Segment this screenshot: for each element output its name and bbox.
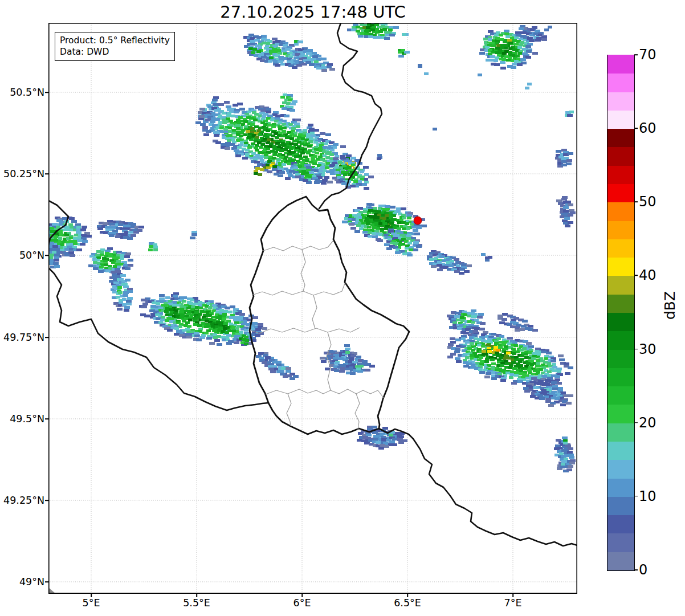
- colorbar-tick-label: 20: [639, 415, 657, 431]
- colorbar-segment: [607, 405, 634, 423]
- colorbar-segment: [607, 552, 634, 570]
- colorbar-tick: [634, 569, 638, 570]
- colorbar-tick-label: 70: [639, 47, 657, 63]
- station-marker: [414, 217, 422, 225]
- colorbar-tick: [634, 275, 638, 276]
- colorbar-segment: [607, 423, 634, 442]
- be-de-border: [319, 23, 382, 209]
- country-borders: [48, 23, 577, 546]
- plot-frame: [49, 23, 577, 593]
- colorbar-segment: [607, 276, 634, 295]
- lat-tick-label: 49.25°N: [3, 495, 44, 506]
- colorbar-segment: [607, 165, 634, 184]
- colorbar-segment: [607, 478, 634, 497]
- colorbar-tick-label: 50: [639, 194, 657, 210]
- colorbar-segment: [607, 496, 634, 515]
- colorbar-tick: [634, 128, 638, 129]
- fr-de-border: [379, 429, 577, 546]
- lat-tick-label: 50.25°N: [3, 168, 44, 180]
- colorbar-segment: [607, 258, 634, 276]
- colorbar-segment: [607, 74, 634, 92]
- colorbar-segment: [607, 331, 634, 350]
- canton-borders: [251, 240, 384, 430]
- axis-tick: [196, 594, 197, 597]
- colorbar-segment: [607, 349, 634, 368]
- colorbar-tick: [634, 496, 638, 497]
- colorbar-segment: [607, 441, 634, 460]
- colorbar-segment: [607, 147, 634, 166]
- info-box: Product: 0.5° Reflectivity Data: DWD: [55, 32, 175, 61]
- lat-tick-label: 50.5°N: [10, 87, 44, 98]
- axis-tick: [301, 594, 303, 597]
- colorbar-tick-label: 10: [639, 488, 657, 504]
- lon-tick-label: 6.5°E: [394, 597, 421, 609]
- axis-tick: [512, 594, 513, 597]
- colorbar-segment: [607, 129, 634, 148]
- colorbar-segment: [607, 460, 634, 479]
- colorbar-segment: [607, 221, 634, 239]
- be-fr-border: [48, 268, 268, 410]
- colorbar-segment: [607, 202, 634, 221]
- colorbar-segment: [607, 183, 634, 202]
- colorbar-tick-label: 40: [639, 267, 657, 283]
- info-product-line: Product: 0.5° Reflectivity: [60, 35, 170, 46]
- lat-tick-label: 49.5°N: [10, 413, 44, 425]
- colorbar-tick: [634, 349, 638, 350]
- colorbar-segment: [607, 110, 634, 129]
- colorbar-segment: [607, 386, 634, 405]
- colorbar-tick-label: 60: [639, 120, 657, 136]
- colorbar-tick: [634, 422, 638, 423]
- lon-tick-label: 6°E: [293, 597, 311, 609]
- axis-tick: [407, 594, 408, 597]
- lon-tick-label: 7°E: [504, 597, 522, 609]
- colorbar-segment: [607, 368, 634, 386]
- colorbar-tick: [634, 54, 638, 55]
- luxembourg-border: [250, 197, 409, 434]
- colorbar-segment: [607, 239, 634, 258]
- colorbar-tick: [634, 201, 638, 202]
- colorbar-segment: [607, 515, 634, 534]
- lat-tick-label: 49.75°N: [3, 332, 44, 343]
- be-fr-border-west: [48, 201, 68, 245]
- map-plot-area: Product: 0.5° Reflectivity Data: DWD: [48, 23, 577, 594]
- colorbar-tick-label: 0: [639, 562, 647, 578]
- colorbar-segment: [607, 312, 634, 331]
- colorbar-unit-label: dBZ: [662, 291, 678, 320]
- info-data-line: Data: DWD: [60, 46, 170, 58]
- lat-tick-label: 50°N: [19, 250, 44, 261]
- colorbar-segment: [607, 92, 634, 111]
- lon-tick-label: 5°E: [83, 597, 100, 609]
- colorbar-segment: [607, 533, 634, 552]
- colorbar-segment: [607, 294, 634, 313]
- colorbar-segment: [607, 55, 634, 74]
- lon-tick-label: 5.5°E: [183, 597, 210, 609]
- radar-coverage-corner: [48, 588, 56, 594]
- colorbar: [607, 55, 635, 571]
- axis-tick: [91, 594, 92, 597]
- radar-figure: 27.10.2025 17:48 UTC: [0, 0, 685, 616]
- borders-layer: [48, 23, 577, 594]
- colorbar-tick-label: 30: [639, 341, 657, 357]
- lat-tick-label: 49°N: [19, 576, 44, 588]
- page-title: 27.10.2025 17:48 UTC: [48, 2, 577, 22]
